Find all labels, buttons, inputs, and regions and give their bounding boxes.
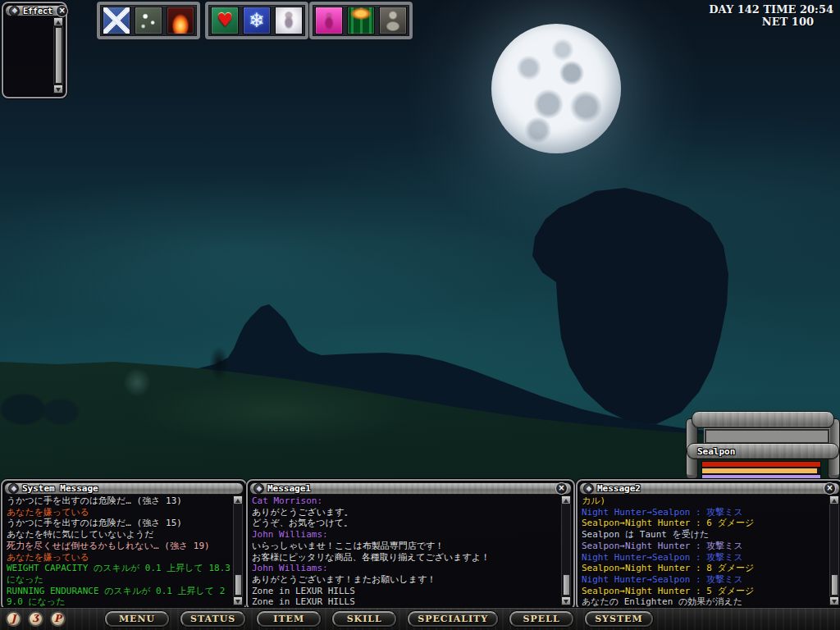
heart-icon[interactable]: ♥ (211, 7, 239, 34)
chat-line: Cat Morrison: (252, 495, 559, 507)
chat-line: うかつに手を出すのは危険だ… (強さ 13) (7, 495, 231, 507)
close-icon[interactable]: × (824, 482, 836, 495)
target-name: Sealpon (697, 446, 735, 457)
hotbar-group-2: ♥❄ (205, 2, 308, 39)
chat-line: あなたを嫌っている (7, 552, 231, 564)
system-message-window: System Message うかつに手を出すのは危険だ… (強さ 13)あなた… (1, 479, 247, 610)
scroll-track (829, 504, 839, 596)
button-item[interactable]: ITEM (257, 611, 321, 627)
chat-line: Sealpon は Taunt を受けた (582, 529, 828, 541)
target-frame-top-bar (692, 411, 834, 428)
target-status-bars (702, 462, 820, 480)
target-frame: Sealpon (686, 409, 840, 479)
button-skill[interactable]: SKILL (332, 611, 396, 627)
net-status-text: NET 100 (709, 16, 833, 28)
coin-p-button[interactable]: P (50, 611, 66, 627)
scroll-up-button[interactable] (561, 495, 571, 504)
button-speciality[interactable]: SPECIALITY (408, 611, 498, 627)
message2-titlebar[interactable]: Message2 × (579, 482, 840, 495)
chat-line: Zone in LEXUR HILLS (252, 586, 559, 597)
hotbar-group-3 (309, 2, 413, 39)
game-viewport[interactable]: DAY 142 TIME 20:54 NET 100 Effect × ♥❄ (0, 0, 840, 630)
message2-title: Message2 (597, 483, 641, 494)
chat-line: Zone in LEXUR HILLS (252, 596, 559, 606)
scroll-down-button[interactable] (233, 596, 243, 605)
chat-line: どうぞ、お気をつけて。 (252, 518, 559, 529)
message1-titlebar[interactable]: Message1 × (249, 482, 572, 495)
scroll-down-button[interactable] (561, 596, 571, 605)
day-time-text: DAY 142 TIME 20:54 (709, 3, 833, 16)
button-status[interactable]: STATUS (180, 611, 245, 627)
message1-window: Message1 × Cat Morrison:ありがとうございます。どうぞ、お… (246, 479, 575, 610)
scroll-track (53, 26, 63, 84)
scroll-thumb[interactable] (235, 574, 242, 596)
system-message-scrollbar[interactable] (233, 495, 243, 605)
scroll-up-button[interactable] (53, 17, 63, 26)
message2-log: カル)Night Hunter→Sealpon : 攻撃ミスSealpon→Ni… (582, 495, 828, 606)
chat-line: Night Hunter→Sealpon : 攻撃ミス (582, 552, 828, 564)
scroll-thumb[interactable] (55, 27, 62, 84)
foreground-rocks (0, 389, 82, 430)
system-message-titlebar[interactable]: System Message (4, 482, 244, 495)
dark-tree (203, 345, 235, 387)
diamond-icon (253, 483, 264, 494)
shortcut-coins: JƷP (6, 611, 66, 627)
button-menu[interactable]: MENU (105, 611, 169, 627)
chat-line: John Williams: (252, 529, 559, 541)
target-cast-bar (705, 429, 829, 444)
effect-window-titlebar[interactable]: Effect × (5, 5, 64, 16)
coin-ts-button[interactable]: Ʒ (28, 611, 43, 627)
chat-line: Sealpon→Night Hunter : 6 ダメージ (582, 518, 828, 529)
effect-window: Effect × (2, 2, 67, 98)
chat-line: いらっしゃいませ！ここは布製品専門店です！ (252, 541, 559, 552)
message1-scrollbar[interactable] (561, 495, 571, 605)
menu-buttons: MENUSTATUSITEMSKILLSPECIALITYSPELLSYSTEM (105, 611, 653, 627)
mp-bar (702, 468, 820, 473)
spirit-icon[interactable] (275, 7, 303, 34)
scroll-down-button[interactable] (829, 596, 839, 605)
effect-window-title: Effect (23, 7, 52, 16)
system-message-log: うかつに手を出すのは危険だ… (強さ 13)あなたを嫌っているうかつに手を出すの… (7, 495, 231, 606)
close-icon[interactable]: × (555, 482, 568, 495)
hud-clock: DAY 142 TIME 20:54 NET 100 (709, 3, 833, 28)
chat-line: John Williams: (252, 563, 559, 574)
chat-line: ありがとうございます！またお願いします！ (252, 574, 559, 586)
sparkle-icon[interactable] (135, 7, 162, 34)
chat-line: カル) (582, 495, 828, 507)
message2-window: Message2 × カル)Night Hunter→Sealpon : 攻撃ミ… (576, 479, 840, 610)
scroll-thumb[interactable] (563, 574, 570, 596)
chat-line: Sealpon→Night Hunter : 8 ダメージ (582, 563, 828, 574)
chat-line: Night Hunter→Sealpon : 攻撃ミス (582, 507, 828, 518)
coin-j-button[interactable]: J (6, 611, 21, 627)
chat-line: あなたの Enlighten の効果が消えた (582, 596, 828, 606)
pink-figure-icon[interactable] (315, 7, 343, 34)
bottom-menu-bar: JƷP MENUSTATUSITEMSKILLSPECIALITYSPELLSY… (0, 607, 840, 630)
message2-scrollbar[interactable] (829, 495, 839, 605)
button-spell[interactable]: SPELL (509, 611, 573, 627)
effect-scrollbar[interactable] (53, 17, 63, 94)
statue-icon[interactable] (379, 7, 407, 34)
chat-line: RUNNING ENDURANCE のスキルが 0.1 上昇して 29.0 にな… (7, 586, 231, 606)
scroll-thumb[interactable] (831, 574, 838, 596)
button-system[interactable]: SYSTEM (585, 611, 653, 627)
target-name-plate[interactable]: Sealpon (687, 443, 839, 459)
scroll-up-button[interactable] (233, 495, 243, 504)
full-moon (491, 24, 621, 153)
scroll-track (561, 504, 571, 596)
system-message-title: System Message (22, 483, 98, 494)
crossed-swords-icon[interactable] (103, 7, 130, 34)
close-icon[interactable]: × (56, 5, 68, 17)
hotbar-group-1 (97, 2, 200, 39)
nature-flame-icon[interactable] (347, 7, 375, 34)
chat-line: お客様にピッタリな商品、各種取り揃えてございますよ！ (252, 552, 559, 564)
snowflake-icon[interactable]: ❄ (243, 7, 271, 34)
scroll-down-button[interactable] (53, 84, 63, 94)
chat-line: WEIGHT CAPACITY のスキルが 0.1 上昇して 18.3 になった (7, 563, 231, 585)
scroll-up-button[interactable] (829, 495, 839, 504)
message1-log: Cat Morrison:ありがとうございます。どうぞ、お気をつけて。John … (252, 495, 559, 606)
faint-tree (116, 363, 158, 399)
diamond-icon (9, 6, 20, 16)
chat-line: Sealpon→Night Hunter : 5 ダメージ (582, 586, 828, 597)
chat-line: あなたを特に気にしていないようだ (7, 529, 231, 541)
flame-icon[interactable] (167, 7, 194, 34)
